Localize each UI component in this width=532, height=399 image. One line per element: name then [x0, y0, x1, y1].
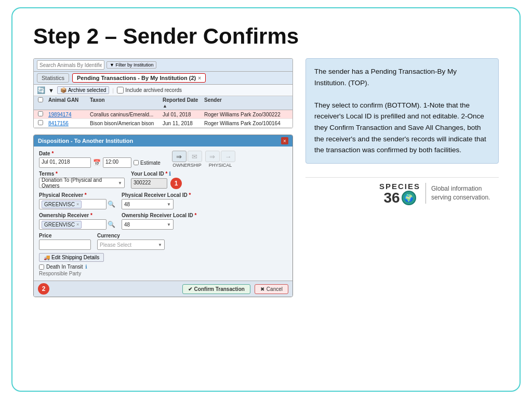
disposition-title: Disposition - To Another Institution	[38, 138, 133, 144]
ownership-receiver-input[interactable]: GREENVISC ×	[39, 219, 107, 230]
responsible-party-label: Responsible Party	[39, 271, 287, 276]
price-currency-row: Price Currency Please Select ▼	[39, 233, 287, 250]
estimate-checkbox[interactable]	[134, 160, 139, 165]
include-archived-checkbox[interactable]	[117, 87, 124, 94]
terms-select-arrow: ▼	[118, 181, 122, 185]
death-in-transit-checkbox[interactable]	[39, 264, 44, 270]
date-input[interactable]: Jul 01, 2018	[39, 157, 91, 168]
tab-statistics[interactable]: Statistics	[37, 73, 69, 83]
row1-gan-link[interactable]: 19894174	[48, 112, 72, 117]
ownership-receiver-local-field: Ownership Receiver Local ID * 48 ▼	[122, 212, 197, 230]
terms-select[interactable]: Donation To (Physical and Owners ▼	[39, 178, 125, 188]
ownership-receiver-local-select[interactable]: 48 ▼	[122, 219, 174, 230]
search-bar-row: ▼ Filter by Institution	[34, 59, 292, 72]
ownership-receiver-label: Ownership Receiver *	[39, 212, 115, 218]
row1-date: Jul 01, 2018	[161, 112, 202, 117]
row2-gan: 8417156	[46, 121, 88, 126]
col-taxon-header: Taxon	[88, 97, 161, 109]
row1-taxon: Corallus caninus/Emerald...	[88, 112, 161, 117]
ownership-receiver-field: Ownership Receiver * GREENVISC × 🔍	[39, 212, 115, 230]
row2-gan-link[interactable]: 8417156	[48, 121, 69, 126]
cancel-icon: ✖	[260, 286, 264, 292]
separator: |	[112, 87, 114, 94]
slide: Step 2 – Sender Confirms ▼ Filter by Ins…	[11, 7, 521, 392]
ownership-receiver-search-icon[interactable]: 🔍	[108, 221, 115, 228]
edit-shipping-button[interactable]: 🚚 Edit Shipping Details	[39, 253, 104, 262]
physical-arrow-icon: →	[221, 151, 235, 162]
badge-2: 2	[38, 283, 49, 295]
physical-icon-box: ⇒ → PHYSICAL	[205, 151, 235, 168]
confirm-transaction-button[interactable]: ✔ Confirm Transaction	[182, 284, 250, 294]
estimate-label[interactable]: Estimate	[134, 160, 161, 166]
species360-logo: SPECIES 36🌍 Global information serving c…	[379, 182, 499, 205]
search-input[interactable]	[37, 60, 104, 70]
right-column: The sender has a Pending Transaction-By …	[305, 58, 499, 380]
include-archived-label[interactable]: Include archived records	[117, 87, 182, 94]
top-table-panel: ▼ Filter by Institution Statistics Pendi…	[33, 58, 293, 128]
info-box: The sender has a Pending Transaction-By …	[305, 58, 499, 164]
left-column: ▼ Filter by Institution Statistics Pendi…	[33, 58, 293, 380]
truck-icon: 🚚	[44, 255, 50, 260]
ownership-mail-icon: ✉	[188, 151, 202, 162]
local-id-field: Your Local ID * ℹ 300222 1	[131, 171, 182, 189]
price-input[interactable]	[39, 240, 91, 250]
disposition-title-bar: Disposition - To Another Institution ×	[34, 135, 292, 147]
ownership-receiver-local-label: Ownership Receiver Local ID *	[122, 212, 197, 218]
currency-select-arrow: ▼	[158, 243, 162, 247]
col-gan-header: Animal GAN	[46, 97, 88, 109]
physical-transfer-icon: ⇒	[205, 151, 220, 162]
footer-buttons: ✔ Confirm Transaction ✖ Cancel	[182, 284, 288, 294]
filter-button[interactable]: ▼ Filter by Institution	[107, 61, 156, 69]
table-column-headers: Animal GAN Taxon Reported Date ▲ Sender	[34, 96, 292, 110]
date-row: Date * Jul 01, 2018 📅 12:00 Estimate	[39, 151, 287, 168]
shipping-row: 🚚 Edit Shipping Details	[39, 253, 287, 262]
time-input[interactable]: 12:00	[103, 157, 131, 168]
archive-selected-button[interactable]: 📦 Archive selected	[57, 86, 109, 94]
physical-receiver-chip-remove[interactable]: ×	[76, 202, 79, 207]
row1-sender: Roger Williams Park Zoo/300222	[202, 112, 285, 117]
cancel-button[interactable]: ✖ Cancel	[255, 284, 288, 294]
price-label: Price	[39, 233, 91, 238]
content-row: ▼ Filter by Institution Statistics Pendi…	[33, 58, 499, 380]
slide-title: Step 2 – Sender Confirms	[33, 24, 499, 49]
disposition-footer: 2 ✔ Confirm Transaction ✖ Cancel	[34, 281, 292, 297]
tab-pending[interactable]: Pending Transactions - By My Institution…	[72, 73, 206, 83]
local-id-input: 300222	[131, 178, 167, 189]
date-field: Date * Jul 01, 2018 📅 12:00 Estimate	[39, 151, 161, 168]
toolbar-row: 🔄 ▼ 📦 Archive selected | Include archive…	[34, 85, 292, 96]
disposition-panel: Disposition - To Another Institution × D…	[33, 135, 293, 297]
physical-receiver-local-select[interactable]: 48 ▼	[122, 199, 174, 209]
terms-field: Terms * Donation To (Physical and Owners…	[39, 171, 125, 189]
badge-1: 1	[170, 178, 182, 189]
info-text-p1: The sender has a Pending Transaction-By …	[314, 66, 490, 88]
death-in-transit-row: Death In Transit ℹ	[39, 264, 287, 270]
terms-label: Terms *	[39, 171, 125, 177]
disposition-close-button[interactable]: ×	[281, 137, 288, 144]
logo-divider	[425, 183, 426, 204]
ownership-local-select-arrow: ▼	[167, 222, 171, 227]
physical-receiver-label: Physical Receiver *	[39, 192, 115, 198]
select-all-checkbox[interactable]	[38, 97, 43, 102]
price-field: Price	[39, 233, 91, 250]
currency-select[interactable]: Please Select ▼	[97, 240, 165, 250]
physical-receiver-row: Physical Receiver * GREENVISC × 🔍	[39, 192, 287, 209]
physical-local-select-arrow: ▼	[167, 202, 171, 207]
tab-close-icon[interactable]: ×	[198, 75, 201, 81]
tab-row: Statistics Pending Transactions - By My …	[34, 72, 292, 85]
toolbar-dropdown-icon[interactable]: ▼	[48, 87, 54, 94]
logo-360: 36🌍	[383, 191, 416, 205]
local-id-info-icon: ℹ	[169, 171, 171, 177]
col-check-header	[36, 97, 46, 109]
physical-receiver-input[interactable]: GREENVISC ×	[39, 199, 107, 209]
archive-icon: 📦	[60, 87, 66, 93]
physical-receiver-search-icon[interactable]: 🔍	[108, 201, 115, 208]
terms-localid-row: Terms * Donation To (Physical and Owners…	[39, 171, 287, 189]
row1-gan: 19894174	[46, 112, 88, 117]
ownership-receiver-chip-remove[interactable]: ×	[76, 222, 79, 227]
local-id-label: Your Local ID * ℹ	[131, 171, 182, 177]
row2-check[interactable]	[36, 120, 46, 126]
ownership-receiver-chip: GREENVISC ×	[42, 221, 82, 229]
row1-check[interactable]	[36, 111, 46, 117]
physical-receiver-local-field: Physical Receiver Local ID * 48 ▼	[122, 192, 191, 209]
calendar-icon[interactable]: 📅	[93, 159, 101, 166]
